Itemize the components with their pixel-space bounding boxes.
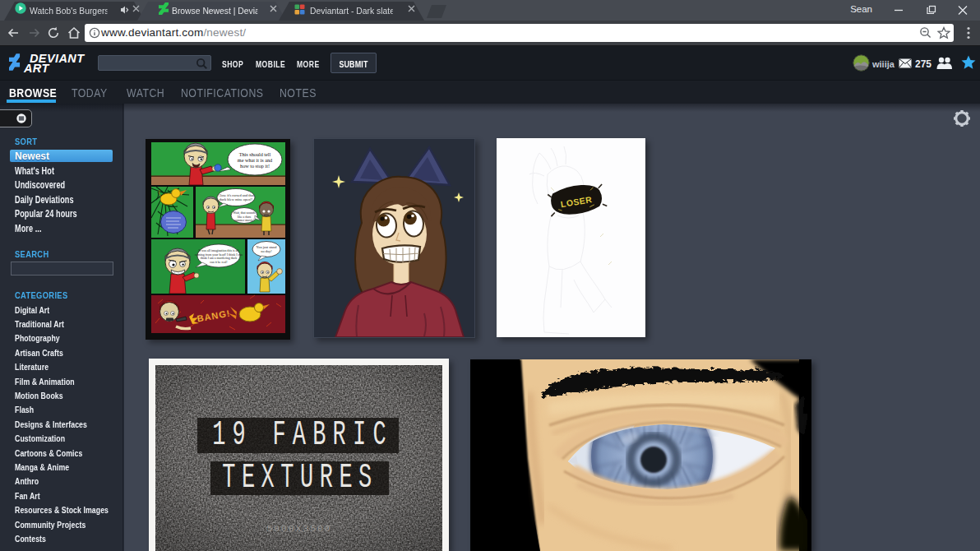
- svg-text:This should tell: This should tell: [239, 151, 271, 157]
- svg-text:TEXTURES: TEXTURES: [222, 459, 378, 498]
- svg-text:5000X3500: 5000X3500: [266, 524, 331, 534]
- svg-text:19 FABRIC: 19 FABRIC: [212, 416, 393, 456]
- svg-text:can it be real!: can it be real!: [210, 261, 227, 264]
- svg-text:duck blew mine open!!: duck blew mine open!!: [220, 197, 253, 201]
- svg-text:coming from your head! I think: coming from your head! I think I can: [195, 253, 243, 257]
- svg-text:It was all imagination this is: It was all imagination this is all: [199, 249, 239, 252]
- svg-text:me what it is and: me what it is and: [238, 157, 273, 163]
- svg-text:summer movie!: summer movie!: [234, 219, 255, 222]
- svg-text:how to stop it!: how to stop it!: [240, 163, 270, 169]
- svg-text:no day!: no day!: [261, 249, 271, 253]
- svg-text:think I am a murdering duck: think I am a murdering duck: [201, 257, 237, 260]
